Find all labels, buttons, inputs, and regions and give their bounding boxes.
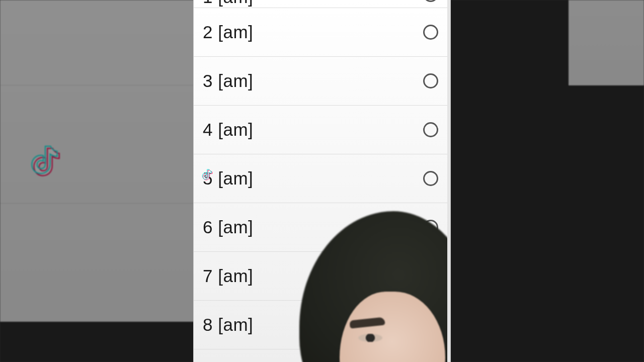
radio-icon[interactable] xyxy=(423,268,438,284)
radio-icon[interactable] xyxy=(423,0,438,2)
radio-icon[interactable] xyxy=(423,171,438,186)
time-option-label: 7 [am] xyxy=(203,266,253,286)
time-picker-panel: 1 [am] 2 [am] 3 [am] 4 [am] 5 [am] 6 [am xyxy=(194,0,450,362)
time-option-row[interactable]: 3 [am] xyxy=(194,57,450,106)
time-option-row[interactable]: 7 [am] xyxy=(194,252,450,301)
time-options-list[interactable]: 1 [am] 2 [am] 3 [am] 4 [am] 5 [am] 6 [am xyxy=(194,0,450,349)
time-option-row[interactable]: 8 [am] xyxy=(194,301,450,349)
radio-icon[interactable] xyxy=(423,220,438,235)
radio-icon[interactable] xyxy=(423,73,438,88)
time-option-label: 4 [am] xyxy=(203,120,253,140)
time-option-label: 3 [am] xyxy=(203,71,253,91)
time-option-row[interactable]: 5 [am] xyxy=(194,154,450,203)
time-option-label: 5 [am] xyxy=(203,168,253,189)
video-frame: 4 [am] 4 [am] 5 [am] 6 [am] xyxy=(0,0,644,362)
time-option-label: 2 [am] xyxy=(203,22,253,42)
time-option-row[interactable]: 1 [am] xyxy=(194,0,450,8)
time-option-row[interactable]: 4 [am] xyxy=(194,106,450,154)
time-option-label: 1 [am] xyxy=(203,0,253,7)
time-option-label: 8 [am] xyxy=(203,315,253,335)
time-option-row[interactable]: 6 [am] xyxy=(194,203,450,252)
time-option-row[interactable]: 2 [am] xyxy=(194,8,450,57)
radio-icon[interactable] xyxy=(423,25,438,40)
time-option-label: 6 [am] xyxy=(203,217,253,237)
radio-icon[interactable] xyxy=(423,317,438,332)
radio-icon[interactable] xyxy=(423,122,438,137)
